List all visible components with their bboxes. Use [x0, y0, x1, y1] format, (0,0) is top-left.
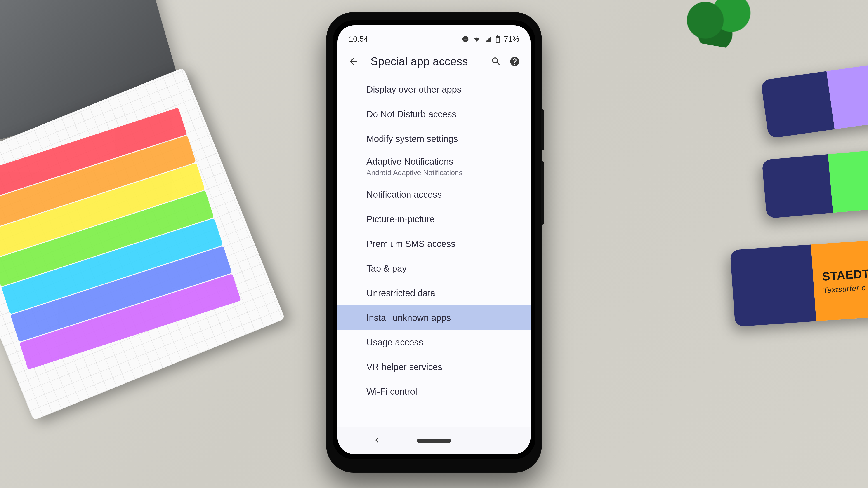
nav-home-pill[interactable]: [417, 439, 451, 443]
settings-item[interactable]: Modify system settings: [338, 127, 530, 151]
settings-item[interactable]: Usage access: [338, 330, 530, 355]
do-not-disturb-icon: [462, 35, 469, 43]
settings-item[interactable]: Display over other apps: [338, 77, 530, 102]
back-button[interactable]: [346, 54, 361, 69]
settings-item[interactable]: Install unknown apps: [338, 305, 530, 330]
battery-icon: [495, 35, 500, 43]
settings-item-label: Adaptive Notifications: [366, 157, 522, 167]
settings-item[interactable]: Adaptive NotificationsAndroid Adaptive N…: [338, 151, 530, 182]
settings-item-label: VR helper services: [366, 362, 522, 372]
highlighter-purple: [761, 60, 868, 139]
chevron-left-icon: [372, 436, 381, 445]
highlighter-brand: STAEDTL: [822, 266, 868, 283]
settings-item[interactable]: VR helper services: [338, 355, 530, 379]
settings-item-label: Wi-Fi control: [366, 387, 522, 397]
plant: [669, 0, 760, 52]
status-battery-text: 71%: [504, 35, 519, 43]
settings-item-label: Display over other apps: [366, 85, 522, 95]
page-title: Special app access: [365, 55, 485, 68]
phone-volume-button: [541, 161, 544, 225]
help-icon: [509, 56, 520, 67]
status-time: 10:54: [349, 35, 368, 43]
phone-frame: 10:54 71% Special app access: [326, 12, 542, 473]
settings-item[interactable]: Wi-Fi control: [338, 379, 530, 404]
settings-item-label: Picture-in-picture: [366, 214, 522, 224]
help-button[interactable]: [507, 54, 522, 69]
settings-list[interactable]: Display over other appsDo Not Disturb ac…: [338, 77, 530, 427]
settings-item-label: Notification access: [366, 190, 522, 200]
nav-back-button[interactable]: [372, 436, 381, 446]
settings-item[interactable]: Picture-in-picture: [338, 207, 530, 232]
phone-side-button: [541, 109, 544, 150]
settings-item[interactable]: Notification access: [338, 182, 530, 207]
cellular-signal-icon: [485, 36, 492, 42]
settings-item[interactable]: Do Not Disturb access: [338, 102, 530, 127]
settings-item-sublabel: Android Adaptive Notifications: [366, 168, 522, 177]
wifi-icon: [473, 36, 481, 42]
settings-item-label: Do Not Disturb access: [366, 109, 522, 119]
navigation-bar: [338, 427, 530, 454]
settings-item-label: Tap & pay: [366, 263, 522, 273]
screen: 10:54 71% Special app access: [338, 25, 530, 454]
settings-item-label: Premium SMS access: [366, 239, 522, 249]
search-icon: [491, 56, 502, 67]
settings-item[interactable]: Tap & pay: [338, 256, 530, 281]
highlighter-green: [762, 148, 868, 219]
highlighter-orange: STAEDTL Textsurfer c: [730, 238, 868, 327]
search-button[interactable]: [489, 54, 503, 69]
arrow-back-icon: [348, 56, 359, 67]
settings-item-label: Unrestricted data: [366, 288, 522, 298]
settings-item-label: Install unknown apps: [366, 313, 522, 323]
app-bar: Special app access: [338, 46, 530, 77]
settings-item[interactable]: Premium SMS access: [338, 232, 530, 256]
settings-item[interactable]: Unrestricted data: [338, 281, 530, 305]
settings-item-label: Usage access: [366, 337, 522, 348]
status-bar: 10:54 71%: [338, 25, 530, 46]
settings-item-label: Modify system settings: [366, 134, 522, 144]
highlighter-sub: Textsurfer c: [823, 283, 866, 295]
